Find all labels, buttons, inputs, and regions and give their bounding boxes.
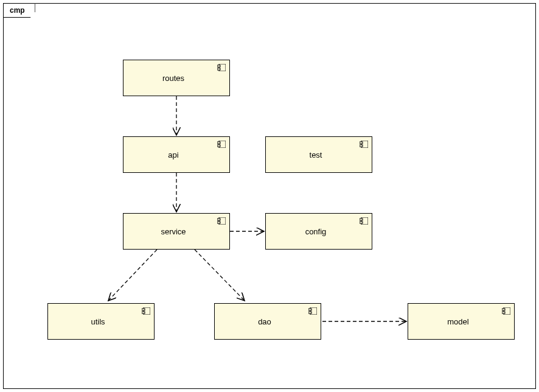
- component-label: test: [304, 150, 335, 159]
- svg-rect-20: [308, 312, 311, 313]
- component-label: dao: [252, 317, 283, 326]
- svg-rect-2: [217, 68, 220, 70]
- svg-rect-5: [217, 145, 220, 147]
- component-icon: [142, 307, 150, 315]
- component-label: service: [155, 227, 198, 236]
- svg-rect-23: [502, 312, 505, 313]
- svg-rect-19: [308, 309, 311, 310]
- svg-rect-11: [217, 222, 220, 223]
- svg-rect-13: [360, 219, 363, 220]
- component-service[interactable]: service: [123, 213, 230, 250]
- svg-rect-14: [360, 222, 363, 223]
- component-label: utils: [85, 317, 117, 326]
- component-label: model: [441, 317, 481, 326]
- component-dao[interactable]: dao: [214, 303, 321, 340]
- component-label: routes: [156, 74, 196, 83]
- component-model[interactable]: model: [408, 303, 515, 340]
- svg-rect-1: [217, 65, 220, 67]
- svg-rect-10: [217, 219, 220, 220]
- frame-label: cmp: [3, 3, 35, 18]
- component-icon: [308, 307, 317, 315]
- component-icon: [217, 64, 226, 71]
- svg-rect-17: [142, 312, 145, 313]
- component-utils[interactable]: utils: [47, 303, 155, 340]
- component-config[interactable]: config: [265, 213, 372, 250]
- svg-rect-22: [502, 309, 505, 310]
- component-label: api: [162, 150, 190, 159]
- svg-rect-7: [360, 142, 363, 144]
- component-label: config: [299, 227, 339, 236]
- component-icon: [217, 217, 226, 225]
- svg-rect-4: [217, 142, 220, 144]
- component-icon: [360, 217, 368, 225]
- component-icon: [502, 307, 510, 315]
- component-icon: [360, 141, 368, 148]
- svg-rect-8: [360, 145, 363, 147]
- component-routes[interactable]: routes: [123, 60, 230, 96]
- component-test[interactable]: test: [265, 136, 372, 173]
- component-api[interactable]: api: [123, 136, 230, 173]
- svg-rect-16: [142, 309, 145, 310]
- component-icon: [217, 141, 226, 148]
